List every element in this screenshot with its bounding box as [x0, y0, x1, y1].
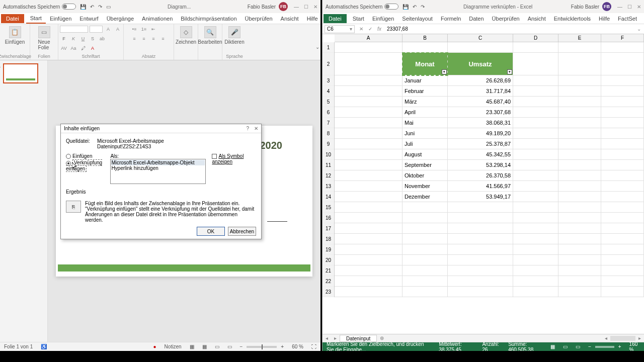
formula-input[interactable]: 23307,68 — [384, 26, 634, 32]
cell[interactable] — [335, 75, 403, 86]
cell[interactable] — [335, 42, 403, 53]
cell[interactable] — [513, 202, 558, 213]
cell[interactable] — [513, 287, 558, 297]
cell[interactable] — [403, 244, 448, 255]
cell[interactable] — [335, 255, 403, 265]
row-2[interactable]: 2 — [323, 53, 334, 75]
cell-month-9[interactable]: Oktober — [403, 170, 448, 181]
indent-icon[interactable]: ⇤ — [149, 25, 157, 33]
cell[interactable] — [601, 160, 644, 170]
shapes-button[interactable]: ◇Zeichnen — [175, 25, 197, 46]
cell-value-5[interactable]: 49.189,20 — [448, 128, 513, 139]
tab-animationen[interactable]: Animationen — [138, 14, 177, 23]
accept-fx-icon[interactable]: ✓ — [366, 26, 375, 32]
spacing-icon[interactable]: AV — [60, 44, 68, 52]
row-22[interactable]: 22 — [323, 276, 334, 287]
cell[interactable] — [558, 107, 601, 118]
cell[interactable] — [448, 202, 513, 213]
fx-icon[interactable]: fx — [375, 26, 384, 32]
maximize-icon[interactable]: ☐ — [304, 4, 308, 10]
cell[interactable] — [513, 118, 558, 128]
close-icon[interactable]: ✕ — [637, 4, 641, 10]
cell[interactable] — [558, 160, 601, 170]
cell[interactable] — [403, 202, 448, 213]
cell[interactable] — [513, 213, 558, 223]
cell[interactable] — [403, 255, 448, 265]
fontcolor-icon[interactable]: A — [89, 44, 97, 52]
col-D[interactable]: D — [513, 34, 558, 42]
col-E[interactable]: E — [558, 34, 601, 42]
cell-value-3[interactable]: 23.307,68 — [448, 107, 513, 118]
cell-value-11[interactable]: 53.949,17 — [448, 192, 513, 202]
row-16[interactable]: 16 — [323, 213, 334, 223]
strike-icon[interactable]: S — [89, 35, 97, 43]
cell[interactable] — [601, 276, 644, 287]
align-c-icon[interactable]: ≡ — [140, 35, 148, 43]
row-3[interactable]: 3 — [323, 75, 334, 86]
zoom-value[interactable]: 60 % — [288, 344, 307, 349]
redo-icon[interactable]: ↷ — [98, 4, 102, 10]
cell[interactable] — [601, 75, 644, 86]
save-icon[interactable]: 💾 — [80, 4, 86, 10]
cell[interactable] — [558, 234, 601, 244]
format-listbox[interactable]: Microsoft Excel-Arbeitsmappe-Objekt Hype… — [110, 159, 206, 184]
cell[interactable] — [335, 234, 403, 244]
cell[interactable] — [448, 244, 513, 255]
pagebreak-view-icon[interactable]: ▭ — [572, 344, 584, 349]
cell[interactable] — [558, 149, 601, 160]
radio-verknupfung[interactable]: Verknüpfung einfügen — [66, 160, 107, 171]
cell[interactable] — [558, 75, 601, 86]
tab-entwurf[interactable]: Entwurf — [75, 14, 102, 23]
cell-value-2[interactable]: 45.687,40 — [448, 97, 513, 107]
zoom-in-icon[interactable]: + — [277, 344, 288, 349]
cell[interactable] — [601, 170, 644, 181]
cell-month-4[interactable]: Mai — [403, 118, 448, 128]
cell[interactable] — [558, 192, 601, 202]
cell[interactable] — [558, 128, 601, 139]
tab-seiten[interactable]: Seitenlayout — [398, 14, 437, 23]
tab-slideshow[interactable]: Bildschirmpräsentation — [177, 14, 240, 23]
cell-value-8[interactable]: 53.298,14 — [448, 160, 513, 170]
cell[interactable] — [558, 118, 601, 128]
cell[interactable] — [335, 160, 403, 170]
tab-factset[interactable]: FactSet — [614, 14, 641, 23]
tab-help[interactable]: Hilfe — [595, 14, 614, 23]
cell[interactable] — [335, 170, 403, 181]
zoom-slider[interactable] — [595, 346, 614, 348]
cell-month-8[interactable]: September — [403, 160, 448, 170]
new-slide-button[interactable]: ▭Neue Folie — [37, 25, 51, 51]
checkbox-symbol[interactable]: Als Symbol anzeigen — [212, 153, 256, 164]
underline-icon[interactable]: U — [79, 35, 87, 43]
fit-icon[interactable]: ⛶ — [307, 344, 320, 349]
slideshow-icon[interactable]: ▭ — [106, 4, 111, 10]
cell[interactable] — [558, 287, 601, 297]
cell[interactable] — [558, 42, 601, 53]
zoom-in-icon[interactable]: + — [614, 344, 625, 349]
row-23[interactable]: 23 — [323, 287, 334, 297]
cell[interactable] — [601, 265, 644, 276]
normal-view-icon[interactable]: ▦ — [186, 344, 198, 349]
cell[interactable] — [558, 244, 601, 255]
cell[interactable] — [601, 42, 644, 53]
row-12[interactable]: 12 — [323, 170, 334, 181]
dialog-close-icon[interactable]: ✕ — [254, 126, 258, 131]
redo-icon[interactable]: ↷ — [421, 4, 425, 10]
cell-month-1[interactable]: Februar — [403, 86, 448, 97]
cell[interactable] — [335, 244, 403, 255]
col-F[interactable]: F — [601, 34, 644, 42]
cell[interactable] — [513, 265, 558, 276]
row-10[interactable]: 10 — [323, 149, 334, 160]
cell[interactable] — [513, 223, 558, 234]
cell[interactable] — [601, 128, 644, 139]
cell[interactable] — [513, 181, 558, 192]
dialog-help-icon[interactable]: ? — [246, 126, 249, 131]
sheet-nav-prev[interactable]: ▸ — [331, 335, 340, 341]
list-item-object[interactable]: Microsoft Excel-Arbeitsmappe-Objekt — [111, 160, 205, 165]
align-l-icon[interactable]: ≡ — [130, 35, 138, 43]
user-avatar[interactable]: FB — [602, 2, 611, 11]
autosave-toggle[interactable] — [384, 4, 398, 10]
cell[interactable] — [448, 255, 513, 265]
reading-view-icon[interactable]: ▭ — [211, 344, 223, 349]
cell[interactable] — [335, 287, 403, 297]
font-size[interactable] — [90, 26, 103, 33]
